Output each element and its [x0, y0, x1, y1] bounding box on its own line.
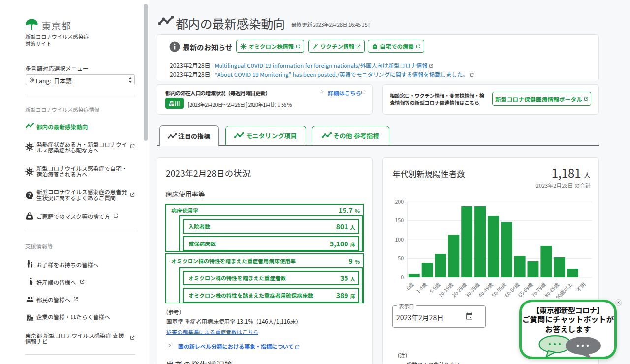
svg-text:0: 0	[401, 273, 404, 281]
svg-text:150: 150	[395, 216, 404, 224]
svg-text:?: ?	[28, 192, 31, 198]
svg-text:0歳: 0歳	[405, 281, 415, 292]
svg-text:200: 200	[395, 198, 404, 205]
svg-text:不明: 不明	[575, 281, 587, 293]
svg-text:100: 100	[395, 236, 404, 243]
svg-text:1-4歳: 1-4歳	[414, 281, 428, 295]
svg-text:50: 50	[398, 254, 404, 262]
